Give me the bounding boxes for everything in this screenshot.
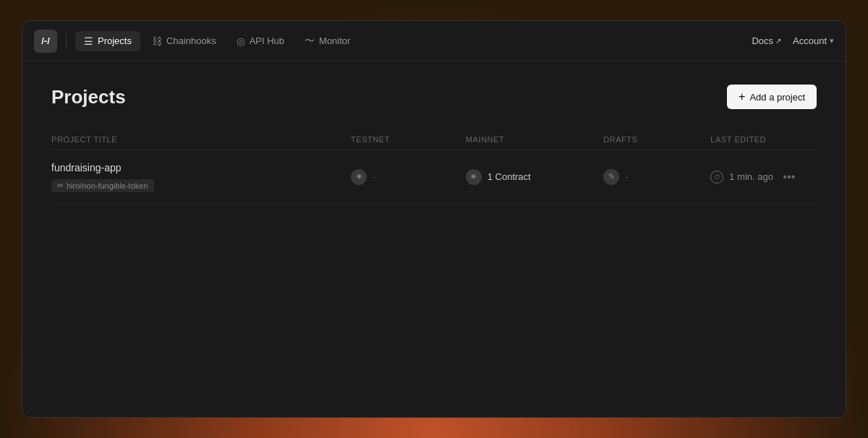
table-row[interactable]: fundraising-app ⇄ hiro/non-fungible-toke… (51, 150, 817, 205)
nav-label-api-hub: API Hub (250, 35, 284, 46)
external-link-icon: ↗ (775, 37, 781, 45)
docs-link[interactable]: Docs ↗ (752, 35, 781, 46)
account-label: Account (793, 35, 827, 46)
app-window: /-/ ☰ Projects ⛓ Chainhooks ◎ API Hub 〜 … (22, 20, 846, 418)
table-head: PROJECT TITLE TESTNET MAINNET DRAFTS LAS… (51, 129, 817, 150)
nav-item-api-hub[interactable]: ◎ API Hub (228, 31, 293, 51)
monitor-icon: 〜 (305, 35, 315, 48)
col-header-drafts: DRAFTS (595, 129, 702, 150)
nav-label-chainhooks: Chainhooks (166, 35, 216, 46)
mainnet-network-icon: ✳ (466, 169, 482, 185)
mainnet-content: ✳ 1 Contract (466, 169, 586, 185)
more-options-button[interactable]: ••• (779, 167, 799, 187)
col-header-mainnet: MAINNET (457, 129, 595, 150)
table-body: fundraising-app ⇄ hiro/non-fungible-toke… (51, 150, 817, 205)
nav-label-projects: Projects (98, 35, 132, 46)
testnet-network-icon: ✳ (351, 169, 367, 185)
time-content: ⏱ 1 min. ago ••• (710, 167, 808, 187)
project-tag-text: hiro/non-fungible-token (67, 181, 148, 190)
api-hub-icon: ◎ (237, 35, 245, 47)
testnet-value: - (373, 171, 375, 182)
cell-last-edited: ⏱ 1 min. ago ••• (702, 150, 817, 205)
nav-divider (66, 34, 67, 48)
cell-testnet: ✳ - (342, 150, 457, 205)
page-title: Projects (51, 86, 126, 108)
cell-project-title: fundraising-app ⇄ hiro/non-fungible-toke… (51, 150, 342, 205)
mainnet-value: 1 Contract (488, 171, 531, 182)
docs-label: Docs (752, 35, 773, 46)
last-edited-value: 1 min. ago (729, 171, 773, 182)
more-dots-icon: ••• (783, 171, 796, 184)
logo-text: /-/ (41, 35, 50, 46)
nav-label-monitor: Monitor (319, 35, 350, 46)
project-tag: ⇄ hiro/non-fungible-token (51, 179, 154, 192)
page-header: Projects + Add a project (51, 85, 817, 109)
drafts-content: ✎ - (603, 169, 693, 185)
plus-icon: + (739, 90, 745, 103)
nav-item-chainhooks[interactable]: ⛓ Chainhooks (143, 31, 225, 51)
nav-items: ☰ Projects ⛓ Chainhooks ◎ API Hub 〜 Moni… (75, 30, 752, 52)
nav-item-projects[interactable]: ☰ Projects (75, 31, 140, 51)
clock-icon: ⏱ (710, 171, 723, 184)
cell-mainnet: ✳ 1 Contract (457, 150, 595, 205)
chainhooks-icon: ⛓ (152, 35, 162, 47)
account-button[interactable]: Account ▾ (793, 35, 834, 46)
testnet-content: ✳ - (351, 169, 448, 185)
logo-button[interactable]: /-/ (34, 30, 57, 53)
cell-drafts: ✎ - (595, 150, 702, 205)
add-project-label: Add a project (749, 92, 805, 103)
chevron-down-icon: ▾ (830, 36, 834, 46)
tag-branch-icon: ⇄ (57, 181, 63, 189)
col-header-testnet: TESTNET (342, 129, 457, 150)
main-content: Projects + Add a project PROJECT TITLE T… (22, 61, 846, 417)
drafts-value: - (625, 171, 628, 182)
nav-right: Docs ↗ Account ▾ (752, 35, 834, 46)
nav-item-monitor[interactable]: 〜 Monitor (296, 30, 359, 52)
draft-icon: ✎ (603, 169, 619, 185)
project-name: fundraising-app (51, 162, 333, 173)
navbar: /-/ ☰ Projects ⛓ Chainhooks ◎ API Hub 〜 … (22, 21, 846, 61)
col-header-last-edited: LAST EDITED (702, 129, 817, 150)
table-header-row: PROJECT TITLE TESTNET MAINNET DRAFTS LAS… (51, 129, 817, 150)
col-header-project-title: PROJECT TITLE (51, 129, 342, 150)
projects-icon: ☰ (84, 35, 93, 47)
add-project-button[interactable]: + Add a project (727, 85, 817, 109)
projects-table: PROJECT TITLE TESTNET MAINNET DRAFTS LAS… (51, 129, 817, 205)
